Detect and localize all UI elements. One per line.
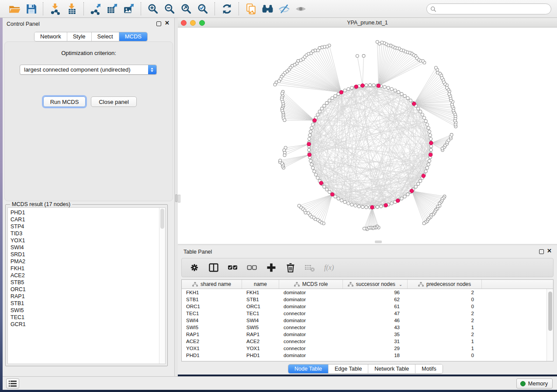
- tab-edge-table[interactable]: Edge Table: [329, 364, 368, 373]
- close-panel-button[interactable]: Close panel: [91, 96, 137, 107]
- run-mcds-button[interactable]: Run MCDS: [43, 96, 86, 107]
- mcds-result-item[interactable]: ORC1: [10, 286, 157, 293]
- tab-mcds[interactable]: MCDS: [119, 32, 147, 41]
- table-row[interactable]: STB1STB1dominator620: [182, 296, 547, 303]
- tab-select[interactable]: Select: [92, 32, 119, 41]
- column-header-MCDS-role[interactable]: MCDS role: [279, 280, 343, 289]
- mcds-result-item[interactable]: SWI4: [10, 244, 157, 251]
- export-table-button[interactable]: [104, 2, 121, 16]
- status-menu-button[interactable]: [6, 378, 19, 389]
- settings-gear-button[interactable]: [188, 261, 201, 274]
- table-row[interactable]: ORC1ORC1dominator610: [182, 303, 547, 310]
- network-canvas[interactable]: [178, 28, 557, 244]
- search-binoculars-button[interactable]: [259, 2, 276, 16]
- cell-shared-name: YOX1: [182, 345, 242, 352]
- float-table-panel-icon[interactable]: [539, 249, 544, 254]
- table-scrollbar-thumb[interactable]: [548, 292, 552, 331]
- table-row[interactable]: YOX1YOX1connector291: [182, 345, 547, 352]
- tab-node-table[interactable]: Node Table: [288, 364, 329, 373]
- splitter-handle[interactable]: [175, 194, 177, 202]
- refresh-layout-button[interactable]: [218, 2, 235, 16]
- status-bar: Memory: [3, 376, 557, 390]
- mcds-result-item[interactable]: TID3: [10, 230, 157, 237]
- mcds-result-item[interactable]: PHD1: [10, 209, 157, 216]
- mcds-result-list[interactable]: PHD1CAR1STP4TID3YOX1SWI4SRD1PMA2FKH1ACE2…: [7, 207, 166, 364]
- network-graph[interactable]: [178, 28, 557, 244]
- cell-successor-nodes: 46: [343, 317, 408, 324]
- memory-button[interactable]: Memory: [516, 378, 553, 389]
- save-session-button[interactable]: [23, 2, 39, 16]
- mcds-result-item[interactable]: PMA2: [10, 258, 157, 265]
- column-header-predecessor-nodes[interactable]: predecessor nodes: [408, 280, 482, 289]
- canvas-splitter-handle[interactable]: [178, 195, 180, 203]
- column-header-successor-nodes[interactable]: successor nodes⌄: [343, 280, 408, 289]
- show-all-button[interactable]: [292, 2, 309, 16]
- network-search-field[interactable]: [426, 3, 551, 14]
- close-table-panel-icon[interactable]: ✕: [547, 248, 552, 254]
- tab-network-table[interactable]: Network Table: [368, 364, 415, 373]
- delete-column-trash-icon: [285, 262, 296, 273]
- control-panel-title: Control Panel: [7, 21, 40, 27]
- table-row[interactable]: SWI5SWI5connector431: [182, 324, 547, 331]
- mcds-result-item[interactable]: TEC1: [10, 314, 157, 321]
- clone-network-button[interactable]: [242, 2, 259, 16]
- search-input[interactable]: [439, 6, 543, 12]
- mcds-result-item[interactable]: FKH1: [10, 265, 157, 272]
- deselect-all-checkboxes-button[interactable]: [246, 261, 259, 274]
- tab-style[interactable]: Style: [67, 32, 92, 41]
- tab-motifs[interactable]: Motifs: [415, 364, 442, 373]
- column-panel-button[interactable]: [207, 261, 220, 274]
- mcds-result-item[interactable]: STB5: [10, 279, 157, 286]
- hide-selected-button[interactable]: [276, 2, 292, 16]
- mcds-result-item[interactable]: CAR1: [10, 216, 157, 223]
- mcds-result-item[interactable]: SWI5: [10, 307, 157, 314]
- table-row[interactable]: SWI4SWI4dominator462: [182, 317, 547, 324]
- mcds-result-item[interactable]: YOX1: [10, 237, 157, 244]
- mcds-result-item[interactable]: RAP1: [10, 293, 157, 300]
- table-row[interactable]: ACE2ACE2connector311: [182, 338, 547, 345]
- search-binoculars-icon: [262, 3, 273, 15]
- canvas-bottom-handle[interactable]: [375, 241, 382, 243]
- table-row[interactable]: FKH1FKH1dominator962: [182, 289, 547, 296]
- table-header-row: shared namenameMCDS rolesuccessor nodes⌄…: [182, 280, 553, 289]
- zoom-selected-button[interactable]: [194, 2, 211, 16]
- mcds-result-item[interactable]: STB1: [10, 300, 157, 307]
- zoom-fit-button[interactable]: [178, 2, 194, 16]
- add-column-button[interactable]: [265, 261, 278, 274]
- mcds-list-scrollbar[interactable]: [159, 208, 165, 364]
- tab-network[interactable]: Network: [35, 32, 67, 41]
- cell-shared-name: ACE2: [182, 338, 242, 345]
- control-panel: Control Panel ✕ NetworkStyleSelectMCDS O…: [3, 18, 175, 376]
- close-panel-icon[interactable]: ✕: [165, 20, 170, 26]
- import-network-button[interactable]: [47, 2, 63, 16]
- cell-predecessor-nodes: 2: [408, 289, 482, 296]
- cell-successor-nodes: 31: [343, 338, 408, 345]
- mcds-result-item[interactable]: STP4: [10, 223, 157, 230]
- delete-column-trash-button[interactable]: [284, 261, 297, 274]
- optimization-criterion-select[interactable]: largest connected component (undirected): [20, 65, 157, 75]
- open-file-button[interactable]: [6, 2, 23, 16]
- zoom-out-button[interactable]: [161, 2, 178, 16]
- export-image-button[interactable]: [121, 2, 137, 16]
- cell-MCDS-role: dominator: [279, 303, 343, 310]
- cell-shared-name: FKH1: [182, 289, 242, 296]
- select-all-checkboxes-button[interactable]: [226, 261, 239, 274]
- cell-predecessor-nodes: 1: [408, 324, 482, 331]
- cell-name: PHD1: [242, 352, 279, 359]
- mcds-result-item[interactable]: SRD1: [10, 251, 157, 258]
- column-header-shared-name[interactable]: shared name: [182, 280, 242, 289]
- table-row[interactable]: PHD1PHD1dominator180: [182, 352, 547, 359]
- float-panel-icon[interactable]: [156, 21, 161, 26]
- cell-successor-nodes: 29: [343, 345, 408, 352]
- function-builder-fx-icon: f(x): [324, 262, 334, 273]
- table-row[interactable]: TEC1TEC1connector472: [182, 310, 547, 317]
- mcds-result-item[interactable]: GCR1: [10, 321, 157, 328]
- table-row[interactable]: RAP1RAP1dominator352: [182, 331, 547, 338]
- import-table-button[interactable]: [63, 2, 80, 16]
- export-network-button[interactable]: [87, 2, 104, 16]
- panel-splitter[interactable]: [175, 18, 178, 376]
- zoom-in-button[interactable]: [145, 2, 161, 16]
- column-header-name[interactable]: name: [242, 280, 279, 289]
- mcds-result-item[interactable]: ACE2: [10, 272, 157, 279]
- table-scrollbar[interactable]: [547, 289, 553, 361]
